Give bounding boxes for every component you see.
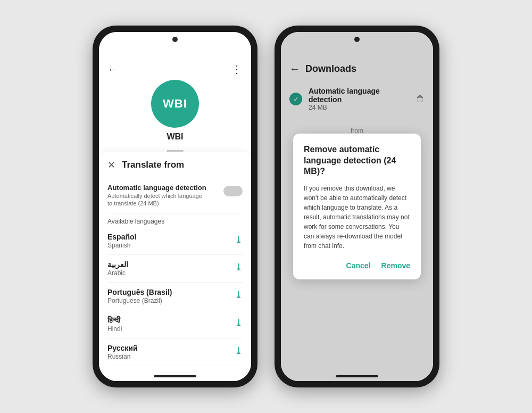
lang-name: العربية [107,260,128,269]
lang-sub: Portuguese (Brazil) [107,297,172,304]
list-item[interactable]: Español Spanish ⤓ [107,227,243,255]
lang-name: Português (Brasil) [107,288,172,296]
download-icon[interactable]: ⤓ [235,289,243,301]
phone1-status-bar [99,47,251,59]
home-indicator [154,375,196,377]
camera-dot [172,37,178,42]
phone1-top-bar [99,32,251,47]
auto-detect-name: Automatic language detection [107,184,206,192]
lang-name: हिन्दी [107,316,122,325]
more-menu-button[interactable]: ⋮ [231,63,243,76]
app-logo-area: WBI WBI [99,76,251,148]
language-sheet: ✕ Translate from Automatic language dete… [99,152,251,371]
list-item[interactable]: Português (Brasil) Portuguese (Brazil) ⤓ [107,283,243,310]
download-icon[interactable]: ⤓ [235,345,243,357]
list-item[interactable]: العربية Arabic ⤓ [107,255,243,283]
lang-sub: Russian [107,353,138,360]
phone1-content: ← ⋮ WBI WBI ✕ Translate from [99,59,251,371]
phone-1: ← ⋮ WBI WBI ✕ Translate from [93,26,257,387]
dialog-title: Remove automatic language detection (24 … [304,144,410,177]
list-item[interactable]: Русский Russian ⤓ [107,338,243,366]
sheet-header: ✕ Translate from [107,159,243,171]
auto-detect-description: Automatically detect which language to t… [107,192,203,208]
phone-2: ← Downloads ✓ Automatic language detecti… [275,26,439,387]
app-name-label: WBI [167,132,183,142]
dialog-cancel-button[interactable]: Cancel [346,259,371,272]
lang-name: Русский [107,344,138,352]
dialog-backdrop: Remove automatic language detection (24 … [281,32,433,381]
dialog-body: If you remove this download, we won't be… [304,184,410,251]
phone1-header: ← ⋮ [99,59,251,76]
available-languages-header: Available languages [107,218,243,225]
lang-sub: Hindi [107,325,122,333]
app-icon-text: WBI [163,97,187,111]
lang-sub: Spanish [107,242,136,249]
download-icon[interactable]: ⤓ [235,317,243,328]
download-icon[interactable]: ⤓ [235,261,243,273]
sheet-title: Translate from [122,160,184,170]
back-button[interactable]: ← [107,63,118,76]
remove-dialog: Remove automatic language detection (24 … [293,134,421,279]
app-icon-circle: WBI [151,80,199,128]
list-item[interactable]: हिन्दी Hindi ⤓ [107,310,243,338]
auto-detect-item[interactable]: Automatic language detection Automatical… [107,178,243,213]
phones-container: ← ⋮ WBI WBI ✕ Translate from [93,26,439,387]
auto-detect-toggle[interactable] [223,186,243,196]
sheet-close-button[interactable]: ✕ [107,159,115,171]
lang-sub: Arabic [107,269,128,277]
dialog-remove-button[interactable]: Remove [381,259,410,272]
download-icon[interactable]: ⤓ [235,234,243,245]
phone1-bottom-bar [99,371,251,381]
lang-name: Español [107,233,136,241]
dialog-actions: Cancel Remove [304,259,410,272]
